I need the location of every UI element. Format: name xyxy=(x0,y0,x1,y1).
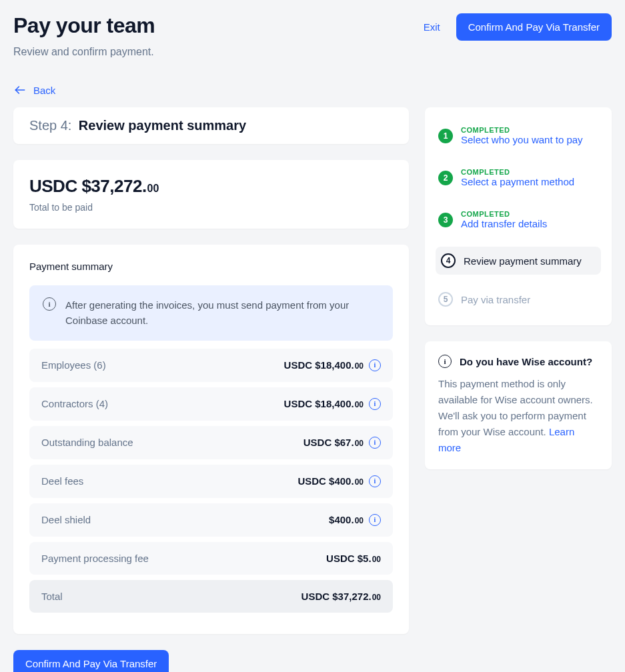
info-icon[interactable]: i xyxy=(369,475,381,487)
line-label: Outstanding balance xyxy=(41,437,133,448)
line-item: Deel feesUSDC $400.00i xyxy=(29,465,393,498)
step-number-badge: 4 xyxy=(441,253,456,268)
line-value: USDC $18,400.00 xyxy=(284,398,364,409)
line-item: Payment processing feeUSDC $5.00 xyxy=(29,542,393,575)
step-number-badge: 3 xyxy=(438,213,453,227)
title-block: Pay your team Review and confirm payment… xyxy=(13,13,155,58)
step-label: Select who you want to pay xyxy=(461,134,583,145)
line-value: $400.00 xyxy=(329,514,364,525)
back-button[interactable]: Back xyxy=(13,83,612,97)
line-item: Employees (6)USDC $18,400.00i xyxy=(29,349,393,382)
arrow-left-icon xyxy=(13,83,27,97)
wise-body: This payment method is only available fo… xyxy=(438,376,598,456)
payment-summary-card: Payment summary i After generating the i… xyxy=(13,245,409,634)
exit-link[interactable]: Exit xyxy=(424,21,440,33)
banner-message: After generating the invoices, you must … xyxy=(65,297,380,329)
back-label: Back xyxy=(33,85,55,96)
info-icon: i xyxy=(43,297,56,311)
line-label-total: Total xyxy=(41,591,63,602)
step-label: Add transfer details xyxy=(461,218,547,229)
stepper-item-1[interactable]: 1COMPLETEDSelect who you want to pay xyxy=(436,121,601,151)
info-icon[interactable]: i xyxy=(369,514,381,526)
step-title: Review payment summary xyxy=(79,118,246,133)
page-header: Pay your team Review and confirm payment… xyxy=(13,13,612,58)
wise-info-card: i Do you have Wise account? This payment… xyxy=(425,341,612,469)
progress-stepper: 1COMPLETEDSelect who you want to pay2COM… xyxy=(425,107,612,325)
line-value-total: USDC $37,272.00 xyxy=(301,591,381,602)
confirm-pay-button-bottom[interactable]: Confirm And Pay Via Transfer xyxy=(13,650,169,673)
info-icon[interactable]: i xyxy=(369,359,381,371)
line-value: USDC $18,400.00 xyxy=(284,359,364,371)
total-amount-cents: 00 xyxy=(147,183,159,195)
wise-title: Do you have Wise account? xyxy=(460,356,592,367)
line-label: Employees (6) xyxy=(41,359,106,371)
total-caption: Total to be paid xyxy=(29,202,393,213)
step-number-badge: 5 xyxy=(438,292,453,307)
step-label: Review payment summary xyxy=(464,255,582,267)
line-value: USDC $400.00 xyxy=(297,475,364,487)
stepper-item-2[interactable]: 2COMPLETEDSelect a payment method xyxy=(436,163,601,193)
step-status: COMPLETED xyxy=(461,126,583,134)
line-item: Deel shield$400.00i xyxy=(29,503,393,537)
confirm-pay-button-top[interactable]: Confirm And Pay Via Transfer xyxy=(456,13,612,41)
line-item: Outstanding balanceUSDC $67.00i xyxy=(29,426,393,459)
step-status: COMPLETED xyxy=(461,168,574,176)
left-column: Step 4: Review payment summary USDC $37,… xyxy=(13,107,409,672)
step-label: Select a payment method xyxy=(461,176,574,187)
line-item-total: Total USDC $37,272.00 xyxy=(29,580,393,613)
info-icon: i xyxy=(438,355,452,368)
step-number-badge: 2 xyxy=(438,171,453,185)
step-label: Pay via transfer xyxy=(461,294,530,305)
line-label: Payment processing fee xyxy=(41,553,149,564)
total-amount-main: USDC $37,272. xyxy=(29,176,147,197)
total-amount: USDC $37,272.00 xyxy=(29,176,393,197)
stepper-item-4: 4Review payment summary xyxy=(436,247,601,275)
summary-heading: Payment summary xyxy=(29,261,393,272)
info-icon[interactable]: i xyxy=(369,437,381,449)
step-header-card: Step 4: Review payment summary xyxy=(13,107,409,144)
page-subtitle: Review and confirm payment. xyxy=(13,46,155,58)
stepper-item-3[interactable]: 3COMPLETEDAdd transfer details xyxy=(436,205,601,235)
step-number-badge: 1 xyxy=(438,129,453,143)
line-item: Contractors (4)USDC $18,400.00i xyxy=(29,387,393,421)
header-actions: Exit Confirm And Pay Via Transfer xyxy=(424,13,612,41)
stepper-item-5: 5Pay via transfer xyxy=(436,287,601,312)
info-icon[interactable]: i xyxy=(369,398,381,410)
line-label: Contractors (4) xyxy=(41,398,108,409)
line-value: USDC $67.00 xyxy=(303,437,364,448)
line-label: Deel fees xyxy=(41,475,83,487)
line-label: Deel shield xyxy=(41,514,91,525)
line-items-list: Employees (6)USDC $18,400.00iContractors… xyxy=(29,349,393,575)
coinbase-info-banner: i After generating the invoices, you mus… xyxy=(29,285,393,341)
step-prefix: Step 4: xyxy=(29,118,71,133)
line-value: USDC $5.00 xyxy=(326,553,381,564)
page-title: Pay your team xyxy=(13,13,155,38)
total-card: USDC $37,272.00 Total to be paid xyxy=(13,160,409,229)
step-status: COMPLETED xyxy=(461,210,547,218)
right-column: 1COMPLETEDSelect who you want to pay2COM… xyxy=(425,107,612,469)
